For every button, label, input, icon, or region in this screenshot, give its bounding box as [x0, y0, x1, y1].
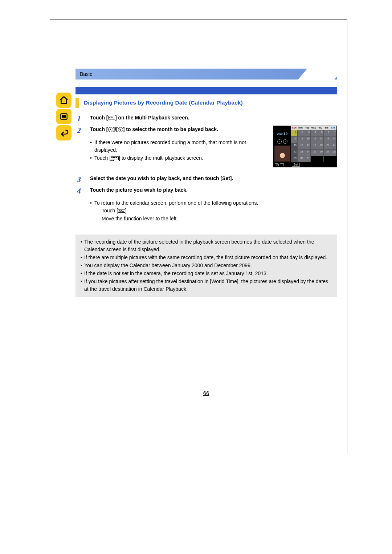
step-title: Select the date you wish to play back, a…: [90, 175, 233, 181]
cal-icon: CAL: [108, 116, 115, 119]
calendar-cell: [317, 156, 323, 162]
calendar-cell[interactable]: 30: [298, 156, 304, 162]
calendar-cell[interactable]: 18: [311, 143, 317, 149]
calendar-cell[interactable]: 26: [317, 150, 323, 156]
footer-grid-icon[interactable]: [280, 163, 284, 166]
step-1: 1 Touch [CAL] on the Multi Playback scre…: [77, 114, 337, 123]
down-icon: ∨: [118, 127, 123, 132]
calendar-cell[interactable]: 9: [298, 137, 304, 143]
section-title: Displaying Pictures by Recording Date (C…: [75, 98, 337, 108]
step-sub-item: Move the function lever to the left.: [94, 215, 337, 223]
calendar-cell[interactable]: 16: [298, 143, 304, 149]
calendar-cell[interactable]: 15: [291, 143, 297, 149]
calendar-cell: [311, 156, 317, 162]
calendar-cell[interactable]: 7: [330, 130, 336, 136]
calendar-cell[interactable]: 2: [298, 130, 304, 136]
cal-icon: CAL: [118, 209, 125, 213]
step-number: 1: [77, 114, 85, 123]
calendar-cell[interactable]: 13: [324, 137, 330, 143]
home-icon[interactable]: [56, 93, 72, 108]
note-item: You can display the Calendar between Jan…: [81, 262, 332, 269]
calendar-cell[interactable]: 17: [304, 143, 310, 149]
calendar-cell[interactable]: 3: [304, 130, 310, 136]
menu-icon[interactable]: [56, 109, 72, 124]
multi-grid-icon: [111, 156, 119, 160]
calendar-cell[interactable]: 29: [291, 156, 297, 162]
calendar-figure: SUN MON TUE WED THU FRI SAT: [273, 126, 337, 167]
calendar-cell[interactable]: 14: [330, 137, 336, 143]
calendar-thumbnail: [274, 146, 290, 162]
step-number: 3: [77, 175, 85, 184]
up-icon: ∧: [108, 127, 113, 132]
calendar-cell[interactable]: 12: [317, 137, 323, 143]
step-2: 2 Touch [∧]/[∨] to select the month to b…: [77, 126, 337, 167]
note-item: If there are multiple pictures with the …: [81, 254, 332, 261]
calendar-cell[interactable]: 25: [311, 150, 317, 156]
svg-point-4: [276, 164, 278, 166]
cal-up-icon[interactable]: ∧: [283, 139, 287, 144]
calendar-cell[interactable]: 11: [311, 137, 317, 143]
calendar-cell[interactable]: 31: [304, 156, 310, 162]
calendar-cell[interactable]: 27: [324, 150, 330, 156]
calendar-cell: [324, 156, 330, 162]
note-item: If you take pictures after setting the t…: [81, 278, 332, 293]
step-sublist: To return to the calendar screen, perfor…: [90, 199, 337, 223]
calendar-cell: [330, 156, 336, 162]
step-title: Touch [∧]/[∨] to select the month to be …: [90, 126, 218, 132]
calendar-cell[interactable]: 24: [304, 150, 310, 156]
calendar-yearmonth: 2013 12: [274, 130, 291, 138]
step-3: 3 Select the date you wish to play back,…: [77, 175, 337, 184]
back-icon[interactable]: [56, 125, 72, 140]
header-divider-thick: [75, 87, 337, 93]
calendar-cell[interactable]: 1: [291, 130, 297, 136]
steps: 1 Touch [CAL] on the Multi Playback scre…: [75, 114, 337, 228]
calendar-cell[interactable]: 23: [298, 150, 304, 156]
footer-cal-icon[interactable]: [275, 163, 279, 166]
page-content: Basic Displaying Pictures by Recording D…: [75, 69, 337, 297]
step-number: 4: [77, 186, 85, 228]
calendar-cell[interactable]: 20: [324, 143, 330, 149]
step-number: 2: [77, 126, 85, 167]
step-sub-item: If there were no pictures recorded durin…: [90, 139, 270, 154]
calendar-day-headers: SUN MON TUE WED THU FRI SAT: [291, 126, 336, 130]
calendar-cell[interactable]: 28: [330, 150, 336, 156]
notes-box: The recording date of the picture select…: [75, 235, 337, 297]
calendar-cell[interactable]: 5: [317, 130, 323, 136]
step-title: Touch the picture you wish to play back.: [90, 187, 188, 193]
step-sub-item: Touch [] to display the multi playback s…: [90, 154, 270, 162]
calendar-cell[interactable]: 19: [317, 143, 323, 149]
note-item: If the date is not set in the camera, th…: [81, 270, 332, 277]
header-divider-thin: [75, 93, 337, 94]
step-sublist: If there were no pictures recorded durin…: [90, 139, 270, 162]
sidebar: [56, 93, 74, 140]
calendar-cell[interactable]: 8: [291, 137, 297, 143]
calendar-cell[interactable]: 4: [311, 130, 317, 136]
calendar-cell[interactable]: 6: [324, 130, 330, 136]
calendar-set-button[interactable]: Set: [292, 163, 300, 167]
step-sub-item: Touch [CAL]: [94, 207, 337, 215]
calendar-cell[interactable]: 10: [304, 137, 310, 143]
calendar-grid: 1234567891011121314151617181920212223242…: [291, 130, 336, 162]
header-category: Basic: [80, 71, 92, 77]
calendar-cell[interactable]: 21: [330, 143, 336, 149]
calendar-cell[interactable]: 22: [291, 150, 297, 156]
note-item: The recording date of the picture select…: [81, 238, 332, 253]
cal-down-icon[interactable]: ∨: [277, 139, 282, 144]
step-4: 4 Touch the picture you wish to play bac…: [77, 186, 337, 228]
step-title: Touch [CAL] on the Multi Playback screen…: [90, 115, 189, 121]
step-sub-item: To return to the calendar screen, perfor…: [90, 199, 337, 207]
header-band: Basic: [75, 69, 337, 80]
page-number: 66: [75, 390, 337, 396]
